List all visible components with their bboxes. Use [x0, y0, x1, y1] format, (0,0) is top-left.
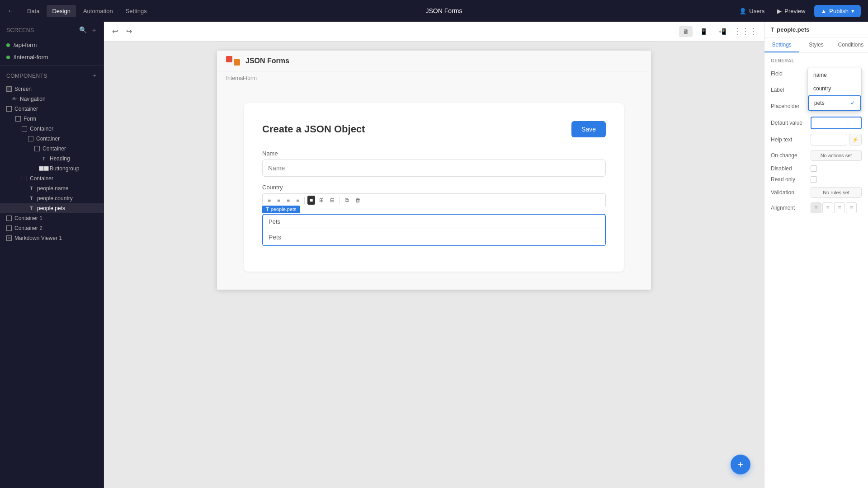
- tab-automation[interactable]: Automation: [78, 5, 118, 17]
- tab-data[interactable]: Data: [22, 5, 45, 17]
- alignment-label: Alignment: [771, 205, 807, 211]
- tree-item-container-5[interactable]: Container: [0, 174, 104, 183]
- add-fab-button[interactable]: +: [731, 455, 750, 474]
- screen-api-form[interactable]: /api-form: [0, 39, 104, 51]
- justify-button[interactable]: ≡: [294, 196, 302, 205]
- tree-item-people-country[interactable]: T people.country: [0, 193, 104, 203]
- validation-button[interactable]: No rules set: [811, 187, 862, 198]
- alignment-row: Alignment ≡ ≡ ≡ ≡: [771, 202, 862, 213]
- tree-item-form[interactable]: Form: [0, 114, 104, 124]
- screens-label: Screens: [6, 27, 34, 33]
- container4-icon: [34, 146, 40, 151]
- delete-button[interactable]: 🗑: [353, 196, 363, 205]
- container2-icon: [22, 126, 27, 131]
- back-button[interactable]: ←: [7, 7, 14, 15]
- undo-button[interactable]: ↩: [110, 25, 120, 38]
- disabled-checkbox[interactable]: [811, 165, 817, 172]
- align-left-button[interactable]: ≡: [265, 196, 273, 205]
- align-center-panel-button[interactable]: ≡: [822, 202, 833, 213]
- tab-settings[interactable]: Settings: [120, 5, 152, 17]
- general-section-title: GENERAL: [771, 58, 862, 63]
- form-header: Create a JSON Object Save: [262, 121, 606, 137]
- disabled-row: Disabled: [771, 165, 862, 172]
- canvas-toolbar: ↩ ↪ 🖥 📱 📲 ⋮⋮⋮: [104, 22, 764, 42]
- tree-label-container: Container: [14, 106, 38, 112]
- panel-header: T people.pets: [764, 22, 868, 38]
- tree-item-container-4[interactable]: Container: [0, 144, 104, 154]
- name-T-icon: T: [28, 185, 34, 192]
- publish-button[interactable]: ▲ Publish ▾: [814, 5, 861, 17]
- tree-label-screen: Screen: [14, 86, 32, 92]
- on-change-button[interactable]: No actions set: [811, 150, 862, 161]
- tree-item-markdown[interactable]: M Markdown Viewer 1: [0, 233, 104, 243]
- grid-icon[interactable]: ⋮⋮⋮: [733, 26, 758, 37]
- dropdown-option-pets[interactable]: pets ✓: [808, 95, 861, 111]
- users-label: Users: [749, 8, 764, 14]
- align-right-button[interactable]: ≡: [284, 196, 292, 205]
- save-button[interactable]: Save: [571, 121, 606, 137]
- tree-item-container1[interactable]: Container 1: [0, 213, 104, 223]
- default-value-input[interactable]: [811, 117, 862, 129]
- name-input[interactable]: [262, 160, 606, 177]
- dropdown-option-country[interactable]: country: [808, 82, 861, 95]
- desktop-view-button[interactable]: 🖥: [679, 26, 693, 37]
- label-row-label: Label: [771, 87, 807, 93]
- read-only-checkbox[interactable]: [811, 176, 817, 183]
- preview-button[interactable]: ▶ Preview: [774, 6, 809, 16]
- tree-label-container1: Container 1: [14, 215, 42, 221]
- tree-item-container-3[interactable]: Container: [0, 134, 104, 144]
- align-justify-panel-button[interactable]: ≡: [846, 202, 857, 213]
- components-section-header: Components ＋: [0, 67, 104, 84]
- panel-tab-conditions[interactable]: Conditions: [834, 38, 868, 52]
- align-center-button[interactable]: ≡: [275, 196, 283, 205]
- tree-label-container2-root: Container 2: [14, 225, 42, 231]
- tablet-view-button[interactable]: 📱: [696, 26, 711, 37]
- tab-design[interactable]: Design: [47, 5, 75, 17]
- tree-item-buttongroup[interactable]: ⬜⬜ Buttongroup: [0, 164, 104, 174]
- container5-icon: [22, 176, 27, 181]
- screen-internal-form[interactable]: /internal-form: [0, 51, 104, 63]
- help-text-wrapper: ⚡: [811, 134, 862, 145]
- add-screen-icon[interactable]: ＋: [91, 26, 98, 34]
- copy-button[interactable]: ⧉: [343, 196, 351, 205]
- redo-button[interactable]: ↪: [124, 25, 134, 38]
- align-right-panel-button[interactable]: ≡: [834, 202, 845, 213]
- cols-3-button[interactable]: ⊟: [328, 196, 337, 205]
- tree-item-navigation[interactable]: 👁 Navigation: [0, 94, 104, 104]
- publish-label: Publish: [829, 8, 849, 14]
- field-dropdown-wrapper: pets ▾ name country pets ✓: [811, 68, 862, 80]
- alignment-buttons: ≡ ≡ ≡ ≡: [811, 202, 862, 213]
- help-text-label: Help text: [771, 136, 807, 143]
- help-text-binding-button[interactable]: ⚡: [849, 134, 862, 145]
- tree-item-people-name[interactable]: T people.name: [0, 183, 104, 193]
- panel-T-icon: T: [771, 27, 774, 33]
- tree-item-container2-root[interactable]: Container 2: [0, 223, 104, 233]
- tree-item-people-pets[interactable]: T people.pets: [0, 203, 104, 213]
- tree-label-people-country: people.country: [37, 195, 73, 202]
- pets-input[interactable]: [263, 229, 605, 245]
- tree-item-container[interactable]: Container: [0, 104, 104, 114]
- add-component-icon[interactable]: ＋: [92, 72, 98, 80]
- mobile-view-button[interactable]: 📲: [715, 26, 730, 37]
- panel-tab-settings[interactable]: Settings: [764, 38, 799, 52]
- help-text-input[interactable]: [811, 134, 847, 145]
- users-button[interactable]: 👤 Users: [736, 6, 768, 16]
- align-left-panel-button[interactable]: ≡: [811, 202, 821, 213]
- square-fill-icon: [6, 86, 12, 92]
- cols-2-button[interactable]: ⊞: [317, 196, 326, 205]
- tree-item-screen[interactable]: Screen: [0, 84, 104, 94]
- check-icon: ✓: [850, 100, 855, 106]
- read-only-label: Read only: [771, 176, 807, 183]
- screen-internal-form-label: /internal-form: [14, 54, 48, 61]
- tree-item-heading[interactable]: T Heading: [0, 154, 104, 164]
- bold-button[interactable]: ■: [307, 196, 315, 205]
- tree-item-container-2[interactable]: Container: [0, 124, 104, 134]
- search-icon[interactable]: 🔍: [79, 26, 87, 34]
- validation-row: Validation No rules set: [771, 187, 862, 198]
- pets-tag-label: T people.pets: [262, 206, 300, 213]
- dropdown-option-name[interactable]: name: [808, 68, 861, 82]
- panel-tab-styles[interactable]: Styles: [799, 38, 833, 52]
- preview-label: Preview: [784, 8, 805, 14]
- canvas-app-title: JSON Forms: [245, 57, 289, 65]
- main-layout: Screens 🔍 ＋ /api-form /internal-form Com…: [0, 22, 868, 488]
